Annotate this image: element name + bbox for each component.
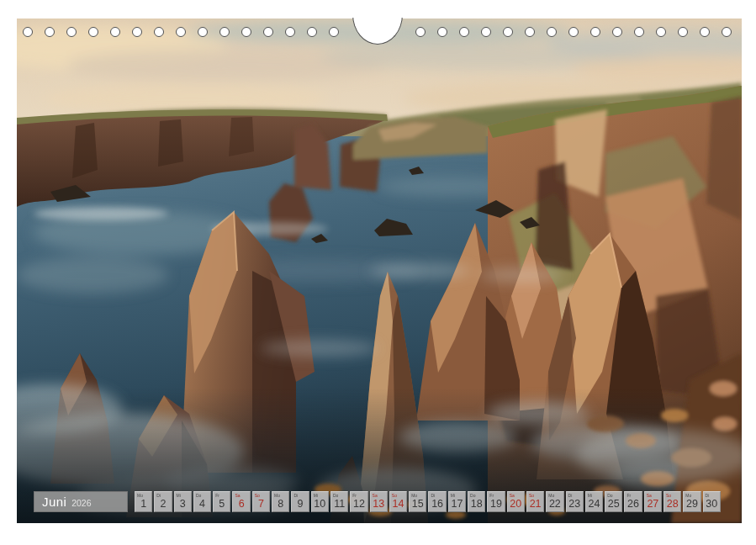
day-cell: Mo 8 bbox=[272, 491, 289, 512]
day-cell: Sa 20 bbox=[507, 491, 525, 512]
punch-hole bbox=[634, 27, 644, 37]
day-number: 30 bbox=[706, 498, 717, 511]
weekday-abbr: Di bbox=[293, 493, 298, 498]
day-cell: Di 30 bbox=[703, 491, 721, 512]
punch-hole bbox=[700, 27, 710, 37]
day-cell: Mo 1 bbox=[135, 491, 152, 512]
day-number: 19 bbox=[490, 498, 502, 511]
day-cell: Di 9 bbox=[291, 491, 309, 512]
punch-hole bbox=[88, 27, 98, 37]
punch-hole bbox=[329, 27, 339, 37]
month-label: Juni bbox=[42, 495, 66, 510]
punch-hole bbox=[437, 27, 447, 37]
weekday-abbr: Fr bbox=[626, 493, 631, 498]
day-cell: Sa 13 bbox=[370, 491, 388, 512]
day-number: 20 bbox=[510, 498, 521, 511]
punch-holes-row-left bbox=[23, 27, 339, 37]
day-cell: Di 23 bbox=[566, 491, 584, 512]
weekday-abbr: So bbox=[255, 493, 260, 498]
weekday-abbr: Do bbox=[607, 493, 612, 498]
weekday-abbr: So bbox=[529, 493, 534, 498]
weekday-abbr: Mi bbox=[177, 493, 181, 498]
day-cell: Do 18 bbox=[468, 491, 485, 512]
day-number: 14 bbox=[393, 498, 404, 511]
weekday-abbr: Sa bbox=[647, 493, 652, 498]
day-number: 11 bbox=[334, 498, 345, 511]
day-number: 3 bbox=[180, 498, 186, 511]
punch-hole bbox=[547, 27, 557, 37]
day-cell: Fr 19 bbox=[487, 491, 505, 512]
punch-hole bbox=[263, 27, 273, 37]
punch-hole bbox=[66, 27, 77, 37]
day-cell: Mi 24 bbox=[585, 491, 603, 512]
weekday-abbr: Do bbox=[333, 493, 338, 498]
day-number: 16 bbox=[431, 498, 443, 511]
weekday-abbr: Sa bbox=[510, 493, 515, 498]
punch-hole bbox=[590, 27, 600, 37]
day-number: 23 bbox=[568, 498, 580, 511]
punch-holes-row-right bbox=[415, 27, 732, 37]
weekday-abbr: Mi bbox=[588, 493, 592, 498]
day-cell: So 7 bbox=[252, 491, 270, 512]
weekday-abbr: Mi bbox=[314, 493, 318, 498]
day-cell: Do 11 bbox=[330, 491, 348, 512]
weekday-abbr: Sa bbox=[235, 493, 240, 498]
punch-hole bbox=[307, 27, 317, 37]
day-number: 28 bbox=[667, 498, 679, 511]
punch-hole bbox=[132, 27, 142, 37]
punch-hole bbox=[656, 27, 666, 37]
day-cell: Di 2 bbox=[154, 491, 172, 512]
day-number: 18 bbox=[471, 498, 483, 511]
day-number: 13 bbox=[373, 498, 384, 511]
punch-hole bbox=[154, 27, 164, 37]
punch-hole bbox=[198, 27, 208, 37]
day-cell: Mi 3 bbox=[174, 491, 192, 512]
weekday-abbr: Di bbox=[156, 493, 161, 498]
day-number: 7 bbox=[258, 498, 264, 511]
punch-hole bbox=[45, 27, 55, 37]
weekday-abbr: Di bbox=[706, 493, 710, 498]
day-cell: Mo 22 bbox=[546, 491, 563, 512]
day-cell: Di 16 bbox=[428, 491, 446, 512]
day-cell: Sa 27 bbox=[644, 491, 662, 512]
day-number: 22 bbox=[549, 498, 561, 511]
day-number: 10 bbox=[314, 498, 325, 511]
day-cell: Fr 26 bbox=[624, 491, 642, 512]
punch-hole bbox=[23, 27, 33, 37]
day-number: 27 bbox=[647, 498, 658, 511]
day-cell: Fr 12 bbox=[350, 491, 367, 512]
year-label: 2026 bbox=[71, 498, 91, 508]
day-cell: Mi 17 bbox=[448, 491, 466, 512]
month-year-label: Juni 2026 bbox=[34, 491, 128, 512]
day-cell: Sa 6 bbox=[232, 491, 250, 512]
calendar-page: Juni 2026 Mo 1 Di 2 Mi 3 Do 4 Fr 5 bbox=[0, 0, 756, 545]
weekday-abbr: Sa bbox=[373, 493, 378, 498]
weekday-abbr: Di bbox=[568, 493, 573, 498]
day-number: 15 bbox=[412, 498, 424, 511]
weekday-abbr: Di bbox=[431, 493, 435, 498]
landscape-photo bbox=[17, 19, 742, 523]
day-number: 21 bbox=[530, 498, 542, 511]
sea-stacks-scene bbox=[17, 19, 742, 523]
day-number: 17 bbox=[451, 498, 463, 511]
weekday-abbr: Fr bbox=[352, 493, 357, 498]
day-number: 25 bbox=[608, 498, 620, 511]
punch-hole bbox=[415, 27, 426, 37]
day-cell: Do 25 bbox=[605, 491, 622, 512]
day-number: 2 bbox=[160, 498, 166, 511]
weekday-abbr: Mi bbox=[451, 493, 455, 498]
day-number: 4 bbox=[199, 498, 205, 511]
punch-hole bbox=[525, 27, 535, 37]
day-cell: Mi 10 bbox=[311, 491, 329, 512]
weekday-abbr: So bbox=[666, 493, 671, 498]
punch-hole bbox=[503, 27, 513, 37]
date-strip: Juni 2026 Mo 1 Di 2 Mi 3 Do 4 Fr 5 bbox=[34, 491, 721, 512]
day-cell: Fr 5 bbox=[213, 491, 230, 512]
weekday-abbr: Do bbox=[196, 493, 201, 498]
day-cell: So 14 bbox=[389, 491, 407, 512]
day-number: 5 bbox=[219, 498, 225, 511]
weekday-abbr: Mo bbox=[411, 493, 417, 498]
punch-hole bbox=[219, 27, 230, 37]
day-cells: Mo 1 Di 2 Mi 3 Do 4 Fr 5 Sa 6 bbox=[135, 491, 721, 512]
punch-hole bbox=[459, 27, 469, 37]
